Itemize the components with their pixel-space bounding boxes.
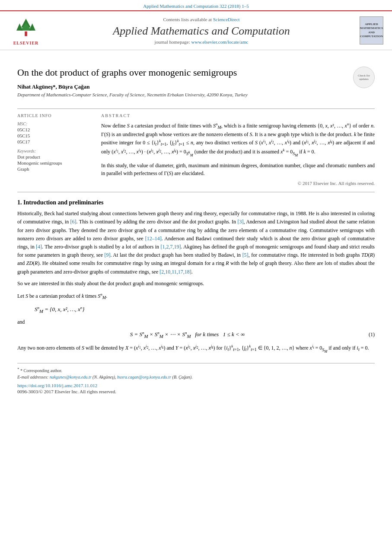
journal-homepage: journal homepage: www.elsevier.com/locat…: [50, 39, 353, 45]
homepage-link[interactable]: www.elsevier.com/locate/amc: [191, 39, 249, 45]
authors: Nihat Akgüneş*, Büşra Çağan: [17, 83, 346, 90]
article-title: On the dot product of graphs over monoge…: [17, 67, 346, 79]
section-1-final-text: Any two non-zero elements of S will be d…: [17, 343, 375, 354]
email-addresses-line: E-mail addresses: nakgunes@konya.edu.tr …: [17, 375, 375, 379]
section-1-paragraph-2: So we are interested in this study about…: [17, 280, 375, 288]
section-1-paragraph-1: Historically, Beck had started studying …: [17, 210, 375, 276]
article-title-section: On the dot product of graphs over monoge…: [17, 67, 375, 104]
abstract-text-body: Now define S a cartesian product of fini…: [101, 121, 375, 159]
msc-value-3: 05C17: [17, 139, 91, 144]
and-text: and: [17, 318, 375, 326]
keyword-3: Graph: [17, 166, 91, 172]
section-1-paragraph-3: Let S be a cartesian product of k times …: [17, 291, 375, 301]
elsevier-tree-icon: [13, 16, 39, 39]
keywords-label: Keywords:: [17, 149, 91, 153]
section-1: 1. Introduction and preliminaries Histor…: [17, 199, 375, 354]
check-updates-label: Check for updates: [358, 74, 370, 81]
keyword-2: Monogenic semigroups: [17, 160, 91, 166]
equation-number-1: (1): [357, 331, 375, 338]
title-row: On the dot product of graphs over monoge…: [17, 67, 375, 104]
check-for-updates-badge: Check for updates: [353, 67, 375, 88]
journal-center-info: Contents lists available at ScienceDirec…: [50, 17, 353, 45]
main-content: On the dot product of graphs over monoge…: [0, 50, 392, 403]
math-display-2-row: S = SnM × SnM × ⋯ × SnM for k times 1 ≤ …: [17, 331, 375, 339]
keywords-block: Keywords: Dot product Monogenic semigrou…: [17, 149, 91, 172]
keyword-1: Dot product: [17, 154, 91, 159]
article-info-panel: ARTICLE INFO MSC: 05C12 05C15 05C17 Keyw…: [17, 113, 91, 186]
math-display-2: S = SnM × SnM × ⋯ × SnM for k times 1 ≤ …: [17, 331, 357, 339]
doi-link[interactable]: https://doi.org/10.1016/j.amc.2017.11.01…: [17, 383, 97, 388]
journal-reference: Applied Mathematics and Computation 322 …: [143, 3, 249, 9]
sciencedirect-line: Contents lists available at ScienceDirec…: [50, 17, 353, 22]
email-2[interactable]: busra.cagan@org.konya.edu.tr: [117, 375, 171, 379]
footer-section: * * Corresponding author. E-mail address…: [17, 363, 375, 394]
divider-top: [17, 108, 375, 109]
article-info-title: ARTICLE INFO: [17, 113, 91, 118]
affiliation: Department of Mathematics-Computer Scien…: [17, 92, 346, 97]
msc-value-2: 05C15: [17, 133, 91, 138]
email-1-name: (N. Akgüneş),: [92, 375, 116, 379]
elsevier-logo: ELSEVIER: [9, 16, 43, 45]
journal-thumbnail: APPLIED MATHEMATICS AND COMPUTATION: [360, 16, 383, 45]
top-bar: Applied Mathematics and Computation 322 …: [0, 0, 392, 10]
issn-line: 0096-3003/© 2017 Elsevier Inc. All right…: [17, 389, 375, 394]
abstract-panel: ABSTRACT Now define S a cartesian produc…: [101, 113, 375, 186]
copyright-line: © 2017 Elsevier Inc. All rights reserved…: [101, 181, 375, 186]
math-display-1: SnM = {0, x, x², …, xn}: [35, 306, 375, 314]
abstract-title: ABSTRACT: [101, 113, 375, 118]
msc-label: MSC:: [17, 121, 91, 126]
email-1[interactable]: nakgunes@konya.edu.tr: [50, 375, 92, 379]
corresponding-author-note: * * Corresponding author.: [17, 367, 375, 373]
section-1-heading: 1. Introduction and preliminaries: [17, 199, 375, 206]
svg-rect-1: [25, 32, 27, 36]
elsevier-label: ELSEVIER: [13, 41, 39, 45]
doi-line: https://doi.org/10.1016/j.amc.2017.11.01…: [17, 383, 375, 388]
abstract-text-study: In this study, the value of diameter, gi…: [101, 162, 375, 177]
journal-header: ELSEVIER Contents lists available at Sci…: [0, 10, 392, 50]
msc-value-1: 05C12: [17, 127, 91, 132]
title-content: On the dot product of graphs over monoge…: [17, 67, 346, 104]
email-2-name: (B. Çağan).: [172, 375, 193, 379]
divider-middle: [17, 192, 375, 192]
journal-title: Applied Mathematics and Computation: [50, 25, 353, 38]
sciencedirect-link[interactable]: ScienceDirect: [213, 17, 240, 22]
article-info-abstract: ARTICLE INFO MSC: 05C12 05C15 05C17 Keyw…: [17, 113, 375, 186]
